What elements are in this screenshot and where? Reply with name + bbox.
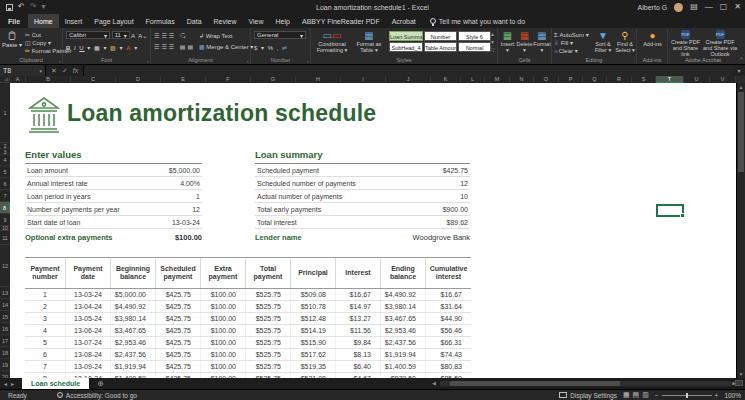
amort-cell[interactable]: $16.67: [426, 289, 471, 300]
enter-values-row[interactable]: Annual interest rate4.00%: [25, 177, 202, 190]
ribbon-tab-review[interactable]: Review: [208, 14, 243, 28]
amort-cell[interactable]: $3,467.65: [381, 313, 426, 324]
row-header-8[interactable]: 8: [0, 202, 10, 214]
format-as-table-button[interactable]: ▦ Format as Table ▾: [353, 30, 385, 53]
amort-cell[interactable]: $1,400.59: [381, 361, 426, 372]
amort-cell[interactable]: $9.84: [336, 337, 381, 348]
amort-cell[interactable]: $56.46: [426, 325, 471, 336]
styles-gallery-up-icon[interactable]: ▲: [490, 31, 495, 37]
styles-gallery-more-icon[interactable]: ▽: [491, 47, 495, 53]
insert-function-icon[interactable]: fx: [73, 67, 78, 74]
clipboard-dialog-launcher-icon[interactable]: ⌞: [59, 57, 61, 63]
enter-values-row[interactable]: Number of payments per year12: [25, 203, 202, 216]
column-header-O[interactable]: O: [534, 76, 559, 83]
style-gallery-item[interactable]: Table Amount: [424, 42, 457, 52]
style-gallery-item[interactable]: Style 6: [458, 31, 491, 41]
ribbon-tab-acrobat[interactable]: Acrobat: [386, 14, 422, 28]
amort-cell[interactable]: $14.97: [336, 301, 381, 312]
font-dialog-launcher-icon[interactable]: ⌞: [147, 57, 149, 63]
column-header-N[interactable]: N: [510, 76, 534, 83]
loan-summary-table[interactable]: Scheduled payment$425.75Scheduled number…: [255, 163, 470, 229]
amort-cell[interactable]: 6: [25, 349, 66, 360]
ribbon-tab-file[interactable]: File: [0, 14, 28, 28]
amort-cell[interactable]: 3: [25, 313, 66, 324]
amort-cell[interactable]: $509.08: [291, 289, 336, 300]
name-box[interactable]: T8▾: [0, 65, 46, 76]
amort-cell[interactable]: $3,467.65: [111, 325, 156, 336]
style-gallery-item[interactable]: Number: [424, 31, 457, 41]
amort-cell[interactable]: $510.78: [291, 301, 336, 312]
amort-cell[interactable]: 2: [25, 301, 66, 312]
create-pdf-share-outlook-button[interactable]: PDF Create PDF and Share via Outlook: [703, 30, 737, 57]
amort-cell[interactable]: 13-08-24: [66, 349, 111, 360]
enter-values-table[interactable]: Loan amount$5,000.00Annual interest rate…: [25, 163, 202, 229]
column-header-T[interactable]: T: [656, 76, 684, 83]
amort-cell[interactable]: $2,437.56: [381, 337, 426, 348]
ribbon-tab-abbyy-finereader-pdf[interactable]: ABBYY FineReader PDF: [296, 14, 386, 28]
split-handle[interactable]: [735, 380, 743, 386]
amort-cell[interactable]: 13-04-24: [66, 301, 111, 312]
tell-me-box[interactable]: Tell me what you want to do: [422, 14, 533, 28]
sheet-tab-loan-schedule[interactable]: Loan schedule: [22, 378, 89, 389]
amort-cell[interactable]: 13-05-24: [66, 313, 111, 324]
column-header-E[interactable]: E: [161, 76, 206, 83]
loan-summary-row[interactable]: Scheduled payment$425.75: [255, 164, 470, 177]
row-header-20[interactable]: 20: [0, 371, 10, 378]
amort-cell[interactable]: $525.75: [246, 313, 291, 324]
comma-format-icon[interactable]: ,: [277, 45, 280, 51]
amort-cell[interactable]: 7: [25, 361, 66, 372]
enter-formula-icon[interactable]: ✓: [62, 67, 68, 75]
loan-summary-row[interactable]: Total interest$89.62: [255, 216, 470, 229]
expand-formula-bar-icon[interactable]: ▾: [733, 65, 745, 76]
amort-cell[interactable]: $100.00: [201, 289, 246, 300]
decimal-icons[interactable]: ⇄: [282, 45, 288, 51]
amort-cell[interactable]: 13-06-24: [66, 325, 111, 336]
amort-cell[interactable]: $425.75: [156, 337, 201, 348]
amort-cell[interactable]: 5: [25, 337, 66, 348]
cancel-formula-icon[interactable]: ✕: [51, 67, 57, 75]
amort-cell[interactable]: $425.75: [156, 301, 201, 312]
column-header-U[interactable]: U: [684, 76, 710, 83]
enter-values-row[interactable]: Loan period in years1: [25, 190, 202, 203]
currency-format-icon[interactable]: $: [254, 45, 258, 51]
column-header-D[interactable]: D: [116, 76, 161, 83]
normal-view-icon[interactable]: ▦: [623, 391, 630, 399]
sort-filter-button[interactable]: ▼ Sort & Filter ▾: [592, 30, 614, 53]
close-icon[interactable]: ✕: [734, 3, 741, 11]
amort-cell[interactable]: $525.75: [246, 325, 291, 336]
amort-cell[interactable]: $514.19: [291, 325, 336, 336]
column-header-H[interactable]: H: [296, 76, 341, 83]
vertical-scrollbar-thumb[interactable]: [738, 92, 744, 172]
amort-cell[interactable]: $512.48: [291, 313, 336, 324]
amort-cell[interactable]: $3,980.14: [381, 301, 426, 312]
amort-cell[interactable]: $1,919.94: [111, 361, 156, 372]
enter-values-row[interactable]: Start date of loan13-03-24: [25, 216, 202, 229]
amort-row[interactable]: 113-03-24$5,000.00$425.75$100.00$525.75$…: [25, 289, 471, 301]
amort-cell[interactable]: $5,000.00: [111, 289, 156, 300]
paste-button[interactable]: 📋︎ Paste ▾: [1, 30, 23, 48]
ribbon-tab-data[interactable]: Data: [181, 14, 208, 28]
amort-cell[interactable]: $515.90: [291, 337, 336, 348]
row-header-18[interactable]: 18: [0, 347, 10, 359]
font-name-combo[interactable]: Calibri▾: [66, 31, 110, 39]
amort-cell[interactable]: $1,919.94: [381, 349, 426, 360]
hscroll-left-icon[interactable]: ◀: [432, 380, 436, 386]
number-format-combo[interactable]: General▾: [254, 31, 306, 39]
column-header-F[interactable]: F: [206, 76, 251, 83]
column-header-B[interactable]: B: [26, 76, 71, 83]
save-icon[interactable]: [6, 4, 13, 11]
amort-cell[interactable]: $31.64: [426, 301, 471, 312]
amort-cell[interactable]: $519.35: [291, 361, 336, 372]
row-header-7[interactable]: 7: [0, 190, 10, 202]
conditional-formatting-button[interactable]: ▭▭ Conditional Formatting ▾: [313, 30, 351, 53]
amort-cell[interactable]: 13-07-24: [66, 337, 111, 348]
column-header-I[interactable]: I: [341, 76, 386, 83]
horizontal-scrollbar[interactable]: [440, 381, 731, 386]
lender-name-row[interactable]: Lender name Woodgrove Bank: [255, 233, 470, 242]
copy-button[interactable]: ◫ Copy ▾: [25, 39, 51, 46]
amort-cell[interactable]: $13.27: [336, 313, 381, 324]
fill-color-icon[interactable]: ▧: [110, 45, 117, 51]
amortization-table[interactable]: Payment numberPayment dateBeginning bala…: [25, 257, 471, 378]
style-gallery-item[interactable]: Normal: [458, 42, 491, 52]
column-header-Q[interactable]: Q: [583, 76, 607, 83]
